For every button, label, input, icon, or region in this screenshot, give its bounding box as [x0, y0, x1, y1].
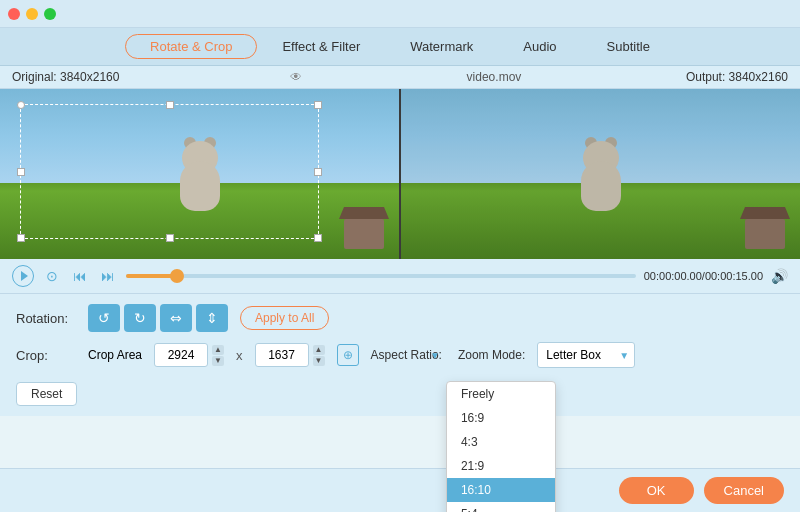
reset-row: Reset [16, 378, 784, 406]
aspect-ratio-area: Aspect Ratio: Freely 16:9 4:3 21:9 16:10… [371, 348, 446, 362]
title-bar [0, 0, 800, 28]
crop-handle-bottom-left[interactable] [17, 234, 25, 242]
zoom-mode-label: Zoom Mode: [458, 348, 525, 362]
crop-handle-bottom-mid[interactable] [166, 234, 174, 242]
crop-height-up[interactable]: ▲ [313, 345, 325, 355]
stop-button[interactable]: ⊙ [42, 266, 62, 286]
close-button[interactable] [8, 8, 20, 20]
maximize-button[interactable] [44, 8, 56, 20]
crop-handle-mid-left[interactable] [17, 168, 25, 176]
tab-effect-filter[interactable]: Effect & Filter [257, 34, 385, 59]
rotate-left-button[interactable]: ↺ [88, 304, 120, 332]
bear-body-r [581, 161, 621, 211]
next-frame-button[interactable]: ⏭ [98, 266, 118, 286]
crop-handle-top-right[interactable] [314, 101, 322, 109]
info-bar: Original: 3840x2160 👁 video.mov Output: … [0, 66, 800, 89]
preview-area [0, 89, 800, 259]
background-house-right [745, 219, 785, 249]
aspect-option-16-10[interactable]: 16:10 [447, 478, 555, 502]
aspect-option-5-4[interactable]: 5:4 [447, 502, 555, 512]
crop-handle-top-mid[interactable] [166, 101, 174, 109]
rotation-label: Rotation: [16, 311, 76, 326]
bear-character-right [571, 141, 631, 211]
crop-height-group: ▲ ▼ [255, 343, 325, 367]
crop-height-spinner: ▲ ▼ [313, 345, 325, 366]
crop-width-input[interactable] [154, 343, 208, 367]
crop-width-spinner: ▲ ▼ [212, 345, 224, 366]
output-resolution: Output: 3840x2160 [686, 70, 788, 84]
preview-right [401, 89, 800, 259]
crop-height-down[interactable]: ▼ [313, 356, 325, 366]
crop-label: Crop: [16, 348, 76, 363]
cancel-button[interactable]: Cancel [704, 477, 784, 504]
crop-row: Crop: Crop Area ▲ ▼ x ▲ ▼ ⊕ Aspect Ratio… [16, 342, 784, 368]
crop-separator: x [236, 348, 243, 363]
prev-frame-button[interactable]: ⏮ [70, 266, 90, 286]
original-resolution: Original: 3840x2160 [12, 70, 119, 84]
crop-height-input[interactable] [255, 343, 309, 367]
crop-handle-bottom-right[interactable] [314, 234, 322, 242]
crop-width-up[interactable]: ▲ [212, 345, 224, 355]
crop-width-group: ▲ ▼ [154, 343, 224, 367]
zoom-mode-select[interactable]: Letter Box Pan & Scan Full [537, 342, 635, 368]
rotation-row: Rotation: ↺ ↻ ⇔ ⇕ Apply to All [16, 304, 784, 332]
filename: video.mov [467, 70, 522, 84]
time-display: 00:00:00.00/00:00:15.00 [644, 270, 763, 282]
progress-track[interactable] [126, 274, 636, 278]
crop-selection-box[interactable] [20, 104, 319, 239]
progress-thumb[interactable] [170, 269, 184, 283]
aspect-ratio-label: Aspect Ratio: [371, 348, 442, 362]
playback-bar: ⊙ ⏮ ⏭ 00:00:00.00/00:00:15.00 🔊 [0, 259, 800, 294]
zoom-mode-dropdown-wrapper[interactable]: Letter Box Pan & Scan Full ▼ [537, 342, 635, 368]
aspect-option-16-9[interactable]: 16:9 [447, 406, 555, 430]
play-button[interactable] [12, 265, 34, 287]
flip-horizontal-button[interactable]: ⇔ [160, 304, 192, 332]
crop-area-label: Crop Area [88, 348, 142, 362]
reset-button[interactable]: Reset [16, 382, 77, 406]
minimize-button[interactable] [26, 8, 38, 20]
flip-vertical-button[interactable]: ⇕ [196, 304, 228, 332]
center-crop-button[interactable]: ⊕ [337, 344, 359, 366]
tab-watermark[interactable]: Watermark [385, 34, 498, 59]
eye-icon[interactable]: 👁 [290, 70, 302, 84]
aspect-option-freely[interactable]: Freely [447, 382, 555, 406]
aspect-ratio-dropdown-popup[interactable]: Freely 16:9 4:3 21:9 16:10 5:4 1:1 9:16 [446, 381, 556, 512]
controls-area: Rotation: ↺ ↻ ⇔ ⇕ Apply to All Crop: Cro… [0, 294, 800, 416]
preview-left [0, 89, 399, 259]
play-icon [21, 271, 28, 281]
tab-audio[interactable]: Audio [498, 34, 581, 59]
video-thumb-right [401, 89, 800, 259]
aspect-option-4-3[interactable]: 4:3 [447, 430, 555, 454]
crop-width-down[interactable]: ▼ [212, 356, 224, 366]
traffic-lights [8, 8, 56, 20]
ok-button[interactable]: OK [619, 477, 694, 504]
bottom-bar: OK Cancel [0, 468, 800, 512]
background-house [344, 219, 384, 249]
rotate-right-button[interactable]: ↻ [124, 304, 156, 332]
rotation-buttons: ↺ ↻ ⇔ ⇕ [88, 304, 228, 332]
crop-handle-mid-right[interactable] [314, 168, 322, 176]
tab-rotate-crop[interactable]: Rotate & Crop [125, 34, 257, 59]
apply-to-all-button[interactable]: Apply to All [240, 306, 329, 330]
tab-bar: Rotate & Crop Effect & Filter Watermark … [0, 28, 800, 66]
tab-subtitle[interactable]: Subtitle [582, 34, 675, 59]
crop-handle-top-left[interactable] [17, 101, 25, 109]
aspect-option-21-9[interactable]: 21:9 [447, 454, 555, 478]
volume-icon[interactable]: 🔊 [771, 268, 788, 284]
